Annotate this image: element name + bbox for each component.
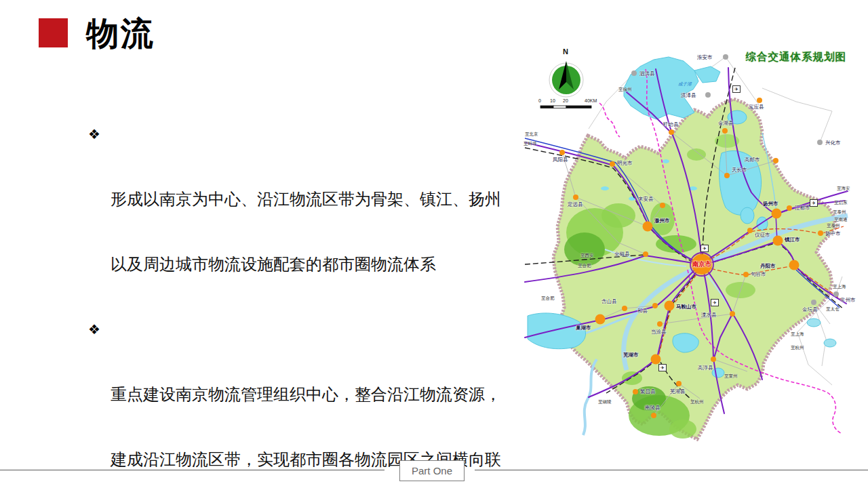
city-label: 芜湖县 [670, 388, 686, 395]
city-label: 繁昌县 [640, 388, 656, 395]
city-label: 滁州市 [654, 218, 670, 224]
edge-label: 至上海 [791, 331, 804, 338]
city-marker [705, 92, 711, 98]
edge-label: 至上海 [833, 284, 846, 290]
city-marker [711, 357, 716, 362]
city-marker [817, 140, 823, 145]
city-marker [631, 70, 637, 76]
city-label: 南陵县 [645, 405, 660, 411]
city-label: 和县 [637, 308, 648, 314]
city-marker [573, 195, 578, 200]
edge-label: 至太仓 [826, 306, 840, 312]
footer-text: Part One [412, 465, 452, 476]
compass-icon [549, 61, 583, 97]
edge-label: 至蚌埠 [524, 141, 537, 147]
edge-label: 至徐州 [618, 87, 632, 93]
scale-bar [540, 106, 591, 108]
city-marker [665, 301, 675, 311]
edge-label: 至南通 [834, 217, 848, 223]
city-label: 芜湖市 [623, 352, 639, 359]
city-marker [757, 98, 762, 103]
map-title: 综合交通体系规划图 [746, 50, 847, 64]
edge-label: 至泰州 [827, 223, 840, 229]
city-label: 高邮市 [745, 157, 760, 163]
city-label: 金坛县 [802, 306, 818, 313]
city-label: 丹阳市 [760, 263, 776, 270]
city-label: 天长市 [732, 167, 747, 174]
city-label: 马鞍山市 [676, 304, 696, 310]
city-label: 淮安市 [697, 54, 713, 61]
footer-divider [475, 470, 868, 470]
city-label: 定远县 [568, 201, 583, 208]
map-graphic [524, 46, 865, 453]
scale-tick-label: 0 [538, 98, 541, 103]
city-label: 全椒县 [614, 251, 630, 258]
scale-tick-label: 40KM [585, 98, 597, 103]
airport-icon: ✈ [658, 364, 667, 371]
city-marker [559, 150, 565, 155]
city-label: 江都市 [795, 205, 810, 211]
airport-icon: ✈ [732, 85, 741, 93]
city-label: 句容市 [751, 271, 766, 278]
city-marker [787, 205, 792, 211]
nanjing-label: 南京市 [692, 260, 712, 269]
bullet-list: ❖形成以南京为中心、沿江物流区带为骨架、镇江、扬州 以及周边城市物流设施配套的都… [88, 102, 512, 488]
city-marker [772, 209, 782, 219]
city-marker [730, 311, 735, 317]
footer-section-label: Part One [399, 460, 465, 481]
city-marker [773, 158, 778, 163]
city-marker [818, 230, 823, 236]
edge-label: 至北京 [525, 131, 538, 138]
city-marker [610, 161, 615, 167]
city-marker [651, 413, 656, 418]
edge-label: 至启东 [834, 200, 848, 206]
city-label: 扬州市 [763, 201, 778, 207]
city-label: 盱眙县 [663, 121, 679, 128]
city-marker [669, 129, 674, 135]
city-marker [833, 291, 839, 297]
city-label: 宝应县 [749, 104, 764, 110]
city-marker [643, 222, 653, 232]
city-marker [595, 314, 606, 325]
city-marker [743, 272, 749, 277]
city-marker [633, 389, 638, 394]
city-label: 金湖县 [718, 120, 734, 127]
city-marker [660, 203, 665, 208]
bullet-item: ❖形成以南京为中心、沿江物流区带为骨架、镇江、扬州 以及周边城市物流设施配套的都… [88, 102, 512, 297]
city-label: 高淳县 [698, 365, 713, 371]
city-marker [676, 381, 682, 386]
city-marker [811, 300, 816, 305]
city-label: 巢湖市 [576, 325, 591, 331]
city-label: 洪泽县 [681, 92, 696, 99]
bullet-diamond-icon: ❖ [88, 102, 100, 167]
city-marker [657, 321, 663, 327]
edge-label: 至杭州 [791, 345, 804, 351]
transport-map: 综合交通体系规划图 N 泗洪县淮安市洪泽县盱眙县金湖县宝应县凤阳县明光市定远县来… [524, 46, 865, 453]
city-marker [773, 236, 783, 246]
edge-label: 至合肥 [541, 296, 555, 302]
city-label: 当涂县 [651, 329, 667, 336]
scale-tick-label: 20 [563, 98, 568, 103]
city-label: 镇江市 [785, 237, 800, 243]
footer-divider [0, 470, 384, 470]
city-label: 常州市 [840, 297, 856, 304]
edge-label: 至宣州 [724, 373, 738, 380]
title-accent-square [39, 18, 68, 47]
city-marker [651, 354, 661, 365]
city-marker [622, 306, 627, 311]
bullet-item: ❖重点建设南京物流管理组织中心，整合沿江物流资源， 建成沿江物流区带，实现都市圈… [88, 297, 512, 488]
city-label: 凤阳县 [553, 157, 568, 163]
page-title: 物流 [86, 12, 155, 56]
edge-label: 至铜陵 [598, 399, 612, 405]
city-label: 泗洪县 [639, 70, 655, 77]
edge-label: 至合肥 [578, 263, 591, 269]
city-label: 含山县 [601, 298, 617, 305]
city-label: 溧水县 [701, 312, 717, 319]
city-label: 明光市 [617, 160, 633, 167]
bullet-text: 形成以南京为中心、沿江物流区带为骨架、镇江、扬州 以及周边城市物流设施配套的都市… [111, 190, 501, 273]
city-label: 来安县 [638, 196, 654, 203]
airport-icon: ✈ [711, 299, 719, 306]
bullet-diamond-icon: ❖ [88, 297, 100, 362]
city-label: 兴化市 [825, 140, 841, 146]
lake-label: 成子湖 [678, 81, 692, 87]
